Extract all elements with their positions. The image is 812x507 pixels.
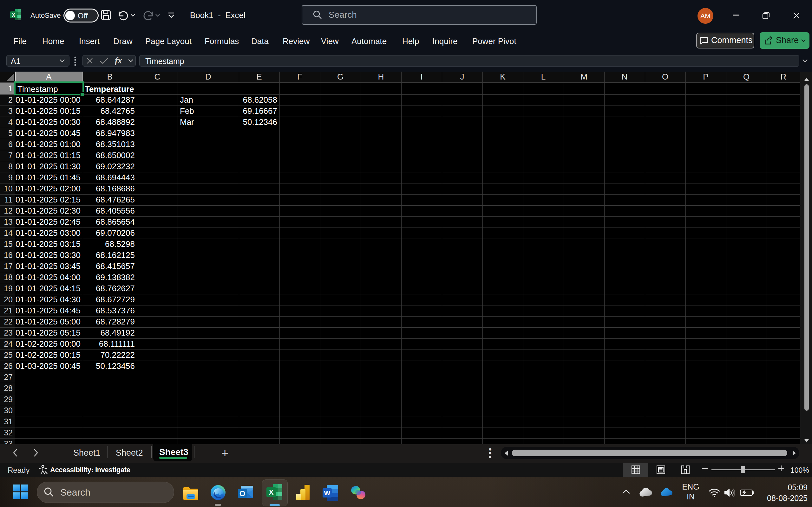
svg-text:X: X xyxy=(269,488,274,496)
svg-text:W: W xyxy=(324,489,331,497)
svg-text:O: O xyxy=(240,489,246,498)
svg-text:X: X xyxy=(12,12,15,18)
